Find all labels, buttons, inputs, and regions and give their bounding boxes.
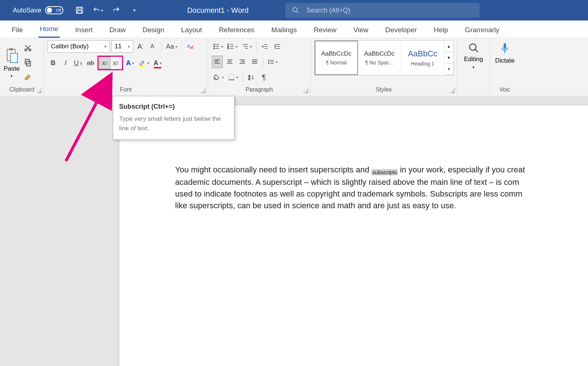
ribbon: Paste ▾ Clipboard Calibri (Body)▾ 11▾ Aˆ…: [0, 38, 588, 96]
bullets-icon[interactable]: [212, 40, 225, 53]
multilevel-list-icon[interactable]: [240, 40, 253, 53]
style-heading-1[interactable]: AaBbCc Heading 1: [401, 41, 444, 75]
tab-file[interactable]: File: [10, 22, 25, 38]
paste-button[interactable]: Paste ▾: [4, 48, 19, 78]
font-color-button[interactable]: A: [152, 57, 163, 69]
text-effects-button[interactable]: A: [125, 57, 136, 69]
tab-mailings[interactable]: Mailings: [270, 22, 299, 38]
align-right-icon[interactable]: [237, 56, 248, 68]
decrease-indent-icon[interactable]: [259, 40, 270, 53]
style-normal[interactable]: AaBbCcDc ¶ Normal: [315, 41, 358, 75]
autosave-label: AutoSave: [13, 7, 41, 14]
svg-text:A: A: [187, 44, 191, 49]
strikethrough-button[interactable]: ab: [85, 57, 96, 69]
autosave-switch[interactable]: Off: [45, 6, 63, 14]
qat-dropdown-icon[interactable]: ▾: [129, 5, 140, 15]
styles-launcher[interactable]: [450, 88, 455, 93]
styles-up-icon[interactable]: ▲: [444, 41, 453, 52]
selected-subscript-text[interactable]: subscripts: [371, 169, 398, 175]
styles-down-icon[interactable]: ▼: [444, 52, 453, 63]
svg-line-58: [475, 49, 478, 52]
font-launcher[interactable]: [200, 88, 206, 93]
change-case-icon[interactable]: Aa: [164, 40, 179, 53]
svg-point-17: [214, 44, 215, 45]
line-spacing-icon[interactable]: [266, 56, 279, 68]
tooltip-title: Subscript (Ctrl+=): [119, 103, 228, 111]
tab-references[interactable]: References: [217, 22, 256, 38]
search-placeholder: Search (Alt+Q): [307, 7, 351, 14]
align-center-icon[interactable]: [224, 56, 235, 68]
grow-font-icon[interactable]: Aˆ: [135, 40, 146, 53]
subscript-tooltip: Subscript (Ctrl+=) Type very small lette…: [113, 96, 234, 140]
tab-insert[interactable]: Insert: [74, 22, 94, 38]
style-no-spacing[interactable]: AaBbCcDc ¶ No Spac...: [358, 41, 401, 75]
voice-group: Dictate Voic: [490, 38, 519, 96]
quick-access-toolbar: ▾ ▾: [74, 5, 140, 15]
styles-scroll: ▲ ▼ ▾: [444, 41, 453, 75]
svg-rect-16: [139, 66, 145, 67]
shading-icon[interactable]: [212, 71, 225, 83]
editing-button[interactable]: Editing ▾: [461, 40, 487, 71]
tab-layout[interactable]: Layout: [180, 22, 203, 38]
paragraph-group: 123 AZ: [208, 38, 311, 96]
svg-rect-1: [78, 7, 81, 10]
page[interactable]: You might occasionally need to insert su…: [119, 105, 588, 366]
tab-developer[interactable]: Developer: [384, 22, 418, 38]
tab-view[interactable]: View: [352, 22, 370, 38]
voice-group-label: Voic: [494, 85, 516, 96]
tab-home[interactable]: Home: [38, 21, 60, 38]
tab-review[interactable]: Review: [312, 22, 338, 38]
copy-icon[interactable]: [22, 57, 33, 68]
svg-rect-15: [191, 46, 194, 50]
autosave-toggle[interactable]: AutoSave Off: [13, 6, 63, 14]
tab-draw[interactable]: Draw: [108, 22, 127, 38]
font-name-combo[interactable]: Calibri (Body)▾: [48, 40, 110, 53]
borders-icon[interactable]: [227, 71, 240, 83]
justify-icon[interactable]: [249, 56, 260, 68]
show-hide-icon[interactable]: ¶: [258, 71, 269, 83]
search-box[interactable]: Search (Alt+Q): [285, 3, 480, 18]
clipboard-launcher[interactable]: [36, 88, 41, 93]
tab-grammarly[interactable]: Grammarly: [463, 22, 501, 38]
title-bar: AutoSave Off ▾ ▾ Document1 - Word Search…: [0, 0, 588, 20]
styles-more-icon[interactable]: ▾: [444, 64, 453, 75]
font-size-combo[interactable]: 11▾: [111, 40, 133, 53]
subscript-button[interactable]: x2: [99, 57, 110, 69]
clear-formatting-icon[interactable]: A: [185, 40, 196, 53]
document-body[interactable]: You might occasionally need to insert su…: [175, 164, 588, 212]
dictate-button[interactable]: Dictate: [492, 40, 518, 67]
cut-icon[interactable]: [22, 42, 33, 53]
styles-gallery: AaBbCcDc ¶ Normal AaBbCcDc ¶ No Spac... …: [314, 40, 454, 75]
paragraph-group-label: Paragraph: [212, 85, 307, 96]
shrink-font-icon[interactable]: Aˇ: [147, 40, 158, 53]
ribbon-tabs: File Home Insert Draw Design Layout Refe…: [0, 20, 588, 38]
align-left-icon[interactable]: [212, 56, 223, 68]
italic-button[interactable]: I: [60, 57, 71, 69]
format-painter-icon[interactable]: [22, 72, 33, 83]
save-icon[interactable]: [74, 5, 85, 15]
highlight-color-button[interactable]: [137, 57, 151, 69]
redo-icon[interactable]: [111, 5, 121, 15]
numbering-icon[interactable]: 123: [226, 40, 239, 53]
svg-point-21: [214, 48, 215, 49]
sort-icon[interactable]: AZ: [246, 71, 257, 83]
svg-text:Z: Z: [248, 77, 250, 81]
styles-group-label: Styles: [314, 85, 453, 96]
bold-button[interactable]: B: [48, 57, 59, 69]
svg-line-4: [296, 11, 298, 13]
tab-design[interactable]: Design: [141, 22, 166, 38]
document-area: You might occasionally need to insert su…: [0, 96, 588, 366]
underline-button[interactable]: U: [73, 57, 84, 69]
svg-point-19: [214, 46, 215, 47]
tooltip-body: Type very small letters just below the l…: [119, 114, 228, 133]
superscript-button[interactable]: x2: [110, 57, 121, 69]
paragraph-launcher[interactable]: [303, 88, 308, 93]
tab-help[interactable]: Help: [432, 22, 450, 38]
svg-rect-59: [504, 43, 506, 49]
styles-group: AaBbCcDc ¶ Normal AaBbCcDc ¶ No Spac... …: [311, 38, 457, 96]
svg-rect-53: [229, 75, 234, 80]
increase-indent-icon[interactable]: [272, 40, 283, 53]
script-buttons-highlight: x2 x2: [97, 56, 123, 70]
svg-rect-2: [78, 11, 82, 13]
undo-icon[interactable]: ▾: [93, 5, 103, 15]
